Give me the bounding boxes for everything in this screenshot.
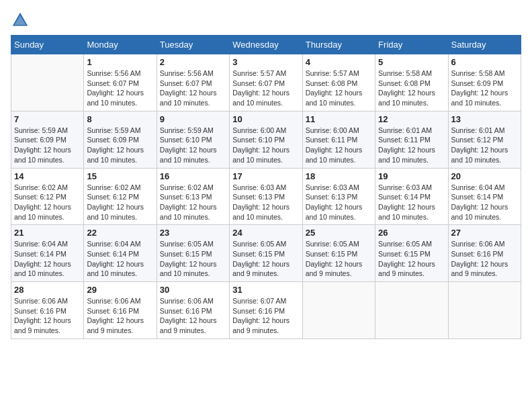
day-number: 17 bbox=[232, 171, 299, 181]
day-number: 30 bbox=[160, 285, 226, 295]
day-cell: 13Sunrise: 6:01 AMSunset: 6:12 PMDayligh… bbox=[448, 111, 521, 168]
col-header-sunday: Sunday bbox=[11, 36, 84, 54]
day-number: 13 bbox=[451, 114, 518, 124]
day-cell: 4Sunrise: 5:57 AMSunset: 6:08 PMDaylight… bbox=[302, 54, 375, 111]
day-cell: 8Sunrise: 5:59 AMSunset: 6:09 PMDaylight… bbox=[84, 111, 157, 168]
day-number: 9 bbox=[160, 114, 226, 124]
day-cell: 6Sunrise: 5:58 AMSunset: 6:09 PMDaylight… bbox=[448, 54, 521, 111]
day-cell: 12Sunrise: 6:01 AMSunset: 6:11 PMDayligh… bbox=[375, 111, 448, 168]
day-cell: 7Sunrise: 5:59 AMSunset: 6:09 PMDaylight… bbox=[11, 111, 84, 168]
day-number: 16 bbox=[160, 171, 226, 181]
week-row-3: 14Sunrise: 6:02 AMSunset: 6:12 PMDayligh… bbox=[11, 168, 521, 225]
day-cell: 5Sunrise: 5:58 AMSunset: 6:08 PMDaylight… bbox=[375, 54, 448, 111]
day-info: Sunrise: 6:03 AMSunset: 6:13 PMDaylight:… bbox=[232, 183, 299, 222]
calendar-table: SundayMondayTuesdayWednesdayThursdayFrid… bbox=[11, 35, 521, 339]
header bbox=[11, 11, 521, 30]
day-cell: 28Sunrise: 6:06 AMSunset: 6:16 PMDayligh… bbox=[11, 282, 84, 339]
day-cell: 18Sunrise: 6:03 AMSunset: 6:13 PMDayligh… bbox=[302, 168, 375, 225]
day-cell: 15Sunrise: 6:02 AMSunset: 6:12 PMDayligh… bbox=[84, 168, 157, 225]
day-cell: 14Sunrise: 6:02 AMSunset: 6:12 PMDayligh… bbox=[11, 168, 84, 225]
day-number: 31 bbox=[232, 285, 299, 295]
day-info: Sunrise: 5:56 AMSunset: 6:07 PMDaylight:… bbox=[160, 68, 226, 108]
day-info: Sunrise: 5:56 AMSunset: 6:07 PMDaylight:… bbox=[87, 68, 153, 108]
day-cell: 22Sunrise: 6:04 AMSunset: 6:14 PMDayligh… bbox=[84, 225, 157, 282]
day-info: Sunrise: 6:03 AMSunset: 6:13 PMDaylight:… bbox=[306, 183, 372, 222]
logo-icon bbox=[11, 11, 30, 30]
day-info: Sunrise: 6:04 AMSunset: 6:14 PMDaylight:… bbox=[14, 239, 81, 279]
day-number: 2 bbox=[160, 57, 226, 67]
col-header-tuesday: Tuesday bbox=[157, 36, 229, 54]
day-info: Sunrise: 6:00 AMSunset: 6:11 PMDaylight:… bbox=[306, 126, 372, 165]
day-info: Sunrise: 6:04 AMSunset: 6:14 PMDaylight:… bbox=[87, 239, 153, 279]
day-number: 3 bbox=[232, 57, 299, 67]
day-info: Sunrise: 6:04 AMSunset: 6:14 PMDaylight:… bbox=[451, 183, 518, 222]
col-header-thursday: Thursday bbox=[302, 36, 375, 54]
day-number: 7 bbox=[14, 114, 81, 124]
day-info: Sunrise: 6:03 AMSunset: 6:14 PMDaylight:… bbox=[378, 183, 445, 222]
day-cell: 11Sunrise: 6:00 AMSunset: 6:11 PMDayligh… bbox=[302, 111, 375, 168]
day-info: Sunrise: 5:57 AMSunset: 6:08 PMDaylight:… bbox=[306, 68, 372, 108]
day-number: 1 bbox=[87, 57, 153, 67]
day-info: Sunrise: 6:07 AMSunset: 6:16 PMDaylight:… bbox=[232, 296, 299, 336]
day-cell: 26Sunrise: 6:05 AMSunset: 6:15 PMDayligh… bbox=[375, 225, 448, 282]
day-info: Sunrise: 6:02 AMSunset: 6:12 PMDaylight:… bbox=[14, 183, 81, 222]
day-cell bbox=[11, 54, 84, 111]
day-cell bbox=[302, 282, 375, 339]
day-cell: 31Sunrise: 6:07 AMSunset: 6:16 PMDayligh… bbox=[230, 282, 302, 339]
day-cell: 19Sunrise: 6:03 AMSunset: 6:14 PMDayligh… bbox=[375, 168, 448, 225]
day-info: Sunrise: 6:02 AMSunset: 6:13 PMDaylight:… bbox=[160, 183, 226, 222]
day-number: 27 bbox=[451, 228, 518, 238]
day-info: Sunrise: 6:05 AMSunset: 6:15 PMDaylight:… bbox=[160, 239, 226, 279]
day-info: Sunrise: 6:05 AMSunset: 6:15 PMDaylight:… bbox=[232, 239, 299, 279]
day-cell: 21Sunrise: 6:04 AMSunset: 6:14 PMDayligh… bbox=[11, 225, 84, 282]
day-info: Sunrise: 6:00 AMSunset: 6:10 PMDaylight:… bbox=[232, 126, 299, 165]
col-header-friday: Friday bbox=[375, 36, 448, 54]
day-number: 8 bbox=[87, 114, 153, 124]
week-row-4: 21Sunrise: 6:04 AMSunset: 6:14 PMDayligh… bbox=[11, 225, 521, 282]
day-cell bbox=[448, 282, 521, 339]
day-info: Sunrise: 6:01 AMSunset: 6:11 PMDaylight:… bbox=[378, 126, 445, 165]
day-number: 24 bbox=[232, 228, 299, 238]
day-number: 18 bbox=[306, 171, 372, 181]
day-info: Sunrise: 6:06 AMSunset: 6:16 PMDaylight:… bbox=[160, 296, 226, 336]
day-number: 11 bbox=[306, 114, 372, 124]
day-number: 19 bbox=[378, 171, 445, 181]
day-cell: 9Sunrise: 5:59 AMSunset: 6:10 PMDaylight… bbox=[157, 111, 229, 168]
day-info: Sunrise: 5:57 AMSunset: 6:07 PMDaylight:… bbox=[232, 68, 299, 108]
day-info: Sunrise: 5:58 AMSunset: 6:08 PMDaylight:… bbox=[378, 68, 445, 108]
day-cell bbox=[375, 282, 448, 339]
day-info: Sunrise: 5:59 AMSunset: 6:09 PMDaylight:… bbox=[14, 126, 81, 165]
day-info: Sunrise: 5:59 AMSunset: 6:10 PMDaylight:… bbox=[160, 126, 226, 165]
day-cell: 17Sunrise: 6:03 AMSunset: 6:13 PMDayligh… bbox=[230, 168, 302, 225]
day-cell: 1Sunrise: 5:56 AMSunset: 6:07 PMDaylight… bbox=[84, 54, 157, 111]
day-cell: 24Sunrise: 6:05 AMSunset: 6:15 PMDayligh… bbox=[230, 225, 302, 282]
col-header-monday: Monday bbox=[84, 36, 157, 54]
day-info: Sunrise: 6:05 AMSunset: 6:15 PMDaylight:… bbox=[378, 239, 445, 279]
week-row-5: 28Sunrise: 6:06 AMSunset: 6:16 PMDayligh… bbox=[11, 282, 521, 339]
col-header-saturday: Saturday bbox=[448, 36, 521, 54]
day-info: Sunrise: 5:58 AMSunset: 6:09 PMDaylight:… bbox=[451, 68, 518, 108]
day-cell: 25Sunrise: 6:05 AMSunset: 6:15 PMDayligh… bbox=[302, 225, 375, 282]
day-info: Sunrise: 6:02 AMSunset: 6:12 PMDaylight:… bbox=[87, 183, 153, 222]
week-row-1: 1Sunrise: 5:56 AMSunset: 6:07 PMDaylight… bbox=[11, 54, 521, 111]
day-cell: 2Sunrise: 5:56 AMSunset: 6:07 PMDaylight… bbox=[157, 54, 229, 111]
day-number: 15 bbox=[87, 171, 153, 181]
day-number: 12 bbox=[378, 114, 445, 124]
day-info: Sunrise: 6:06 AMSunset: 6:16 PMDaylight:… bbox=[14, 296, 81, 336]
day-cell: 23Sunrise: 6:05 AMSunset: 6:15 PMDayligh… bbox=[157, 225, 229, 282]
day-info: Sunrise: 6:06 AMSunset: 6:16 PMDaylight:… bbox=[451, 239, 518, 279]
day-cell: 10Sunrise: 6:00 AMSunset: 6:10 PMDayligh… bbox=[230, 111, 302, 168]
day-number: 6 bbox=[451, 57, 518, 67]
day-info: Sunrise: 5:59 AMSunset: 6:09 PMDaylight:… bbox=[87, 126, 153, 165]
day-number: 25 bbox=[306, 228, 372, 238]
day-number: 14 bbox=[14, 171, 81, 181]
day-cell: 30Sunrise: 6:06 AMSunset: 6:16 PMDayligh… bbox=[157, 282, 229, 339]
day-info: Sunrise: 6:05 AMSunset: 6:15 PMDaylight:… bbox=[306, 239, 372, 279]
day-number: 23 bbox=[160, 228, 226, 238]
day-cell: 20Sunrise: 6:04 AMSunset: 6:14 PMDayligh… bbox=[448, 168, 521, 225]
day-info: Sunrise: 6:01 AMSunset: 6:12 PMDaylight:… bbox=[451, 126, 518, 165]
day-number: 26 bbox=[378, 228, 445, 238]
day-number: 4 bbox=[306, 57, 372, 67]
day-number: 20 bbox=[451, 171, 518, 181]
col-header-wednesday: Wednesday bbox=[230, 36, 302, 54]
